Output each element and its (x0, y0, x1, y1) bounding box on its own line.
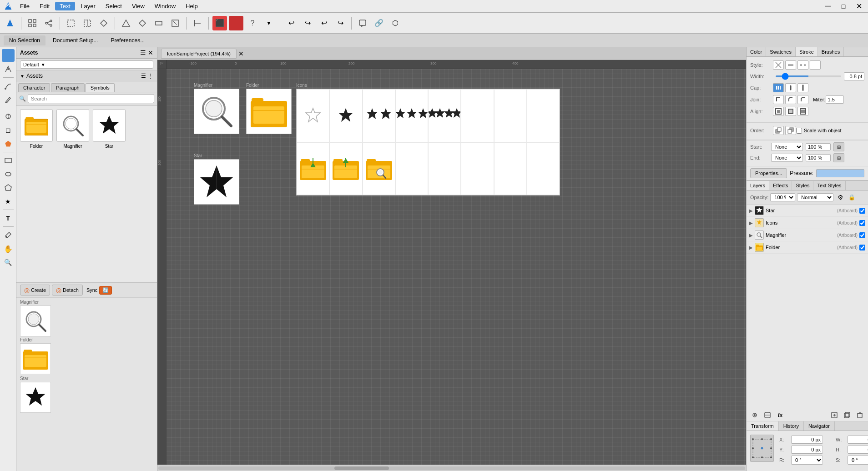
path2-btn[interactable] (135, 16, 150, 30)
search-input[interactable] (28, 94, 154, 103)
snap3-btn[interactable] (96, 16, 111, 30)
tab-text-styles[interactable]: Text Styles (813, 181, 845, 190)
menu-view[interactable]: View (127, 2, 149, 10)
tab-paragraph[interactable]: Paragraph (51, 83, 84, 92)
close-button[interactable]: ✕ (852, 0, 866, 14)
align-left-btn[interactable] (190, 16, 205, 30)
tab-navigator[interactable]: Navigator (804, 421, 835, 431)
layer-visibility-btn[interactable] (749, 410, 760, 420)
folder-artboard-thumb[interactable] (20, 343, 51, 374)
canvas-close-btn[interactable]: ✕ (238, 50, 244, 57)
align-outside-icon[interactable] (797, 107, 808, 116)
grid-btn[interactable] (25, 16, 40, 30)
node-tool[interactable] (2, 63, 15, 75)
share-btn[interactable] (41, 16, 56, 30)
opacity-select[interactable]: 100 % 75 % 50 % (770, 193, 795, 201)
maximize-button[interactable]: □ (836, 0, 851, 14)
join-bevel-icon[interactable] (797, 95, 808, 104)
red2-btn[interactable] (229, 16, 243, 30)
snap2-btn[interactable] (80, 16, 95, 30)
magnifier-visible-checkbox[interactable] (859, 232, 865, 238)
sync-btn[interactable]: 🔄 (99, 286, 112, 295)
undo-btn[interactable]: ↩ (284, 16, 298, 30)
miter-input[interactable] (826, 95, 844, 104)
join-miter-icon[interactable] (773, 95, 784, 104)
star-tool[interactable]: ★ (2, 195, 15, 208)
layer-folder[interactable]: ▶ Folder (Artboard) (747, 241, 868, 254)
layer-duplicate-btn[interactable] (842, 410, 853, 420)
menu-text[interactable]: Text (55, 2, 75, 10)
layer-delete-btn[interactable] (854, 410, 865, 420)
text-tool[interactable]: T (2, 212, 15, 225)
assets-close-btn[interactable]: ✕ (148, 49, 153, 56)
section-dots-icon[interactable]: ⋮ (148, 73, 153, 79)
style-dash-icon[interactable] (797, 60, 808, 70)
tab-color[interactable]: Color (747, 47, 766, 56)
layer-star[interactable]: ▶ Star (Artboard) (747, 205, 868, 217)
properties-btn[interactable]: Properties... (750, 168, 787, 178)
menu-select[interactable]: Select (101, 2, 126, 10)
fill-tool[interactable]: ⬟ (2, 137, 15, 150)
star-visible-checkbox[interactable] (859, 208, 865, 214)
s-select[interactable]: 0 ° (848, 456, 868, 465)
icons-visible-checkbox[interactable] (859, 220, 865, 226)
start-select[interactable]: None Arrow (771, 143, 803, 151)
end-extra-btn[interactable]: ⊞ (833, 153, 844, 162)
ellipse-tool[interactable] (2, 168, 15, 180)
canvas-project-tab[interactable]: IconSampleProject (194.4%) (161, 49, 237, 59)
star-artboard-thumb[interactable] (20, 382, 51, 413)
red-btn[interactable]: ⬛ (212, 16, 227, 30)
detach-btn[interactable]: ◎ Detach (52, 285, 83, 296)
magnifier-artboard-thumb[interactable] (20, 306, 51, 336)
tab-swatches[interactable]: Swatches (766, 47, 796, 56)
icons-artboard-canvas[interactable] (296, 89, 560, 195)
style-none-icon[interactable] (773, 60, 784, 70)
layer-add-btn[interactable] (829, 410, 840, 420)
zoom-tool[interactable]: 🔍 (2, 256, 15, 269)
menu-layer[interactable]: Layer (76, 2, 100, 10)
redo-btn[interactable]: ↪ (300, 16, 315, 30)
section-menu-icon[interactable]: ☰ (141, 73, 146, 79)
style-gradient-icon[interactable] (810, 60, 821, 70)
question-btn[interactable]: ? (245, 16, 260, 30)
tab-layers[interactable]: Layers (747, 181, 769, 190)
tab-symbols[interactable]: Symbols (86, 83, 115, 92)
menu-help[interactable]: Help (181, 2, 202, 10)
affinity-logo-btn[interactable] (3, 16, 17, 30)
tab-stroke[interactable]: Stroke (796, 47, 818, 56)
opacity-lock-icon[interactable]: 🔒 (847, 193, 856, 202)
r-select[interactable]: 0 ° (791, 456, 823, 465)
pressure-bar[interactable] (816, 169, 864, 177)
select-tool[interactable] (2, 49, 15, 62)
tab-effects[interactable]: Effects (769, 181, 792, 190)
path4-btn[interactable] (168, 16, 182, 30)
snap-btn[interactable] (64, 16, 78, 30)
tab-transform[interactable]: Transform (747, 421, 779, 431)
create-btn[interactable]: ◎ Create (20, 285, 50, 296)
tab-preferences[interactable]: Preferences... (105, 35, 150, 45)
end-pct[interactable] (806, 154, 831, 161)
blend-select[interactable]: Normal Multiply Screen (797, 193, 833, 201)
scrollbar-track[interactable] (158, 466, 745, 470)
w-input[interactable] (848, 436, 868, 444)
magnifier-artboard-canvas[interactable] (194, 89, 239, 134)
star-artboard-canvas[interactable] (194, 159, 239, 205)
path-btn[interactable] (119, 16, 133, 30)
rect-tool[interactable] (2, 154, 15, 167)
hand-tool[interactable]: ✋ (2, 242, 15, 255)
folder-collapse-arrow[interactable]: ▶ (749, 245, 753, 250)
layer-icons[interactable]: ▶ Icons (Artboard) (747, 217, 868, 229)
paint-tool[interactable] (2, 110, 15, 123)
menu-edit[interactable]: Edit (35, 2, 54, 10)
end-select[interactable]: None Arrow (771, 154, 803, 162)
bubble-btn[interactable] (355, 16, 370, 30)
assets-dropdown[interactable]: Default ▼ (20, 60, 153, 69)
cap-round-icon[interactable] (785, 83, 796, 92)
polygon-tool[interactable] (2, 181, 15, 194)
tab-document-setup[interactable]: Document Setup... (47, 35, 103, 45)
magnifier-collapse-arrow[interactable]: ▶ (749, 233, 753, 238)
join-round-icon[interactable] (785, 95, 796, 104)
cap-square-icon[interactable] (797, 83, 808, 92)
undo2-btn[interactable]: ↩ (317, 16, 331, 30)
layer-magnifier[interactable]: ▶ Magnifier (Artboard) (747, 229, 868, 241)
